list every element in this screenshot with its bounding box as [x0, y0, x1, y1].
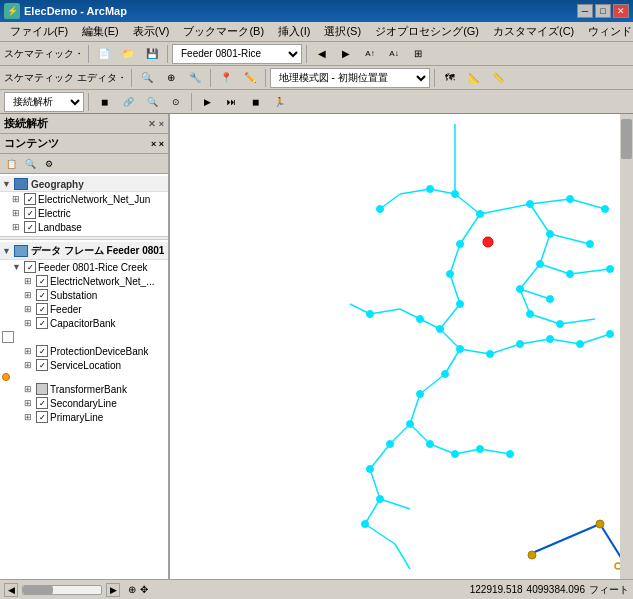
cb-cap[interactable]: ✓: [36, 317, 48, 329]
layer-electric-network-jun[interactable]: ⊞ ✓ ElectricNetwork_Net_Jun: [0, 192, 168, 206]
cb-sub[interactable]: ✓: [36, 289, 48, 301]
an-btn5[interactable]: ▶: [196, 92, 218, 112]
an-btn6[interactable]: ⏭: [220, 92, 242, 112]
expand-cap[interactable]: ⊞: [24, 318, 36, 328]
an-btn2[interactable]: 🔗: [117, 92, 139, 112]
expand-feeder-rice[interactable]: ▼: [12, 262, 24, 272]
analysis-panel-close[interactable]: ✕ ×: [148, 119, 164, 129]
feeder-rice-creek[interactable]: ▼ ✓ Feeder 0801-Rice Creek: [0, 260, 168, 274]
layer-feeder[interactable]: ⊞ ✓ Feeder: [0, 302, 168, 316]
menu-insert[interactable]: 挿入(I): [272, 22, 316, 41]
menu-bookmark[interactable]: ブックマーク(B): [177, 22, 270, 41]
svg-point-54: [517, 286, 524, 293]
ed-btn4[interactable]: 📍: [215, 68, 237, 88]
ed-btn6[interactable]: 🗺: [439, 68, 461, 88]
open-btn[interactable]: 📁: [117, 44, 139, 64]
scroll-left-btn[interactable]: ◀: [4, 583, 18, 597]
hscroll-area[interactable]: ◀ ▶ ⊕ ✥: [4, 583, 148, 597]
layer-service[interactable]: ⊞ ✓ ServiceLocation: [0, 358, 168, 372]
menu-window[interactable]: ウィンドウ(W): [582, 22, 633, 41]
expand-prot[interactable]: ⊞: [24, 346, 36, 356]
an-btn3[interactable]: 🔍: [141, 92, 163, 112]
menu-file[interactable]: ファイル(F): [4, 22, 74, 41]
menu-select[interactable]: 選択(S): [318, 22, 367, 41]
feeder-dropdown[interactable]: Feeder 0801-Rice: [172, 44, 302, 64]
layer-landbase[interactable]: ⊞ ✓ Landbase: [0, 220, 168, 234]
ed-btn2[interactable]: ⊕: [160, 68, 182, 88]
scroll-right-btn[interactable]: ▶: [106, 583, 120, 597]
an-btn7[interactable]: ◼: [244, 92, 266, 112]
menu-geoprocessing[interactable]: ジオプロセシング(G): [369, 22, 485, 41]
layer-electric[interactable]: ⊞ ✓ Electric: [0, 206, 168, 220]
cb-feeder[interactable]: ✓: [36, 303, 48, 315]
analysis-dropdown[interactable]: 接続解析: [4, 92, 84, 112]
expand-svc[interactable]: ⊞: [24, 360, 36, 370]
maximize-button[interactable]: □: [595, 4, 611, 18]
menu-view[interactable]: 表示(V): [127, 22, 176, 41]
tb1-btn4[interactable]: A↓: [383, 44, 405, 64]
expand-feeder[interactable]: ⊞: [24, 304, 36, 314]
ed-btn1[interactable]: 🔍: [136, 68, 158, 88]
expand-sec[interactable]: ⊞: [24, 398, 36, 408]
expand-sub[interactable]: ⊞: [24, 290, 36, 300]
pt-btn3[interactable]: ⚙: [40, 155, 58, 173]
layer-substation[interactable]: ⊞ ✓ Substation: [0, 288, 168, 302]
svg-point-49: [527, 201, 534, 208]
geography-group[interactable]: ▼ Geography: [0, 176, 168, 192]
layer-primary[interactable]: ⊞ ✓ PrimaryLine: [0, 410, 168, 424]
pt-btn2[interactable]: 🔍: [21, 155, 39, 173]
layer-protection[interactable]: ⊞ ✓ ProtectionDeviceBank: [0, 344, 168, 358]
tb1-btn3[interactable]: A↑: [359, 44, 381, 64]
cb-sec[interactable]: ✓: [36, 397, 48, 409]
cb-prot[interactable]: ✓: [36, 345, 48, 357]
expand-en[interactable]: ⊞: [24, 276, 36, 286]
expand-enc[interactable]: ⊞: [12, 194, 24, 204]
ed-btn7[interactable]: 📐: [463, 68, 485, 88]
menu-edit[interactable]: 編集(E): [76, 22, 125, 41]
vscroll-thumb[interactable]: [621, 119, 632, 159]
tree-root: ▼ Geography ⊞ ✓ ElectricNetwork_Net_Jun …: [0, 174, 168, 426]
tb1-btn5[interactable]: ⊞: [407, 44, 429, 64]
expand-geography[interactable]: ▼: [2, 179, 14, 189]
layer-transformer[interactable]: ⊞ TransformerBank: [0, 382, 168, 396]
ed-btn3[interactable]: 🔧: [184, 68, 206, 88]
close-button[interactable]: ✕: [613, 4, 629, 18]
save-btn[interactable]: 💾: [141, 44, 163, 64]
cb-enc[interactable]: ✓: [24, 193, 36, 205]
layer-capacitor[interactable]: ⊞ ✓ CapacitorBank: [0, 316, 168, 330]
expand-landbase[interactable]: ⊞: [12, 222, 24, 232]
an-btn4[interactable]: ⊙: [165, 92, 187, 112]
minimize-button[interactable]: ─: [577, 4, 593, 18]
layer-secondary[interactable]: ⊞ ✓ SecondaryLine: [0, 396, 168, 410]
cb-svc[interactable]: ✓: [36, 359, 48, 371]
menu-customize[interactable]: カスタマイズ(C): [487, 22, 580, 41]
window-controls[interactable]: ─ □ ✕: [577, 4, 629, 18]
content-panel-close[interactable]: × ×: [151, 139, 164, 149]
cb-electric[interactable]: ✓: [24, 207, 36, 219]
new-btn[interactable]: 📄: [93, 44, 115, 64]
tb1-btn2[interactable]: ▶: [335, 44, 357, 64]
feeder-frame-group[interactable]: ▼ データ フレーム Feeder 0801: [0, 242, 168, 260]
cb-landbase[interactable]: ✓: [24, 221, 36, 233]
expand-feeder-frame[interactable]: ▼: [2, 246, 14, 256]
hscroll-thumb[interactable]: [23, 586, 53, 594]
cb-trans[interactable]: [36, 383, 48, 395]
pan-icon[interactable]: ⊕: [128, 584, 136, 595]
tb1-btn1[interactable]: ◀: [311, 44, 333, 64]
expand-pri[interactable]: ⊞: [24, 412, 36, 422]
cb-pri[interactable]: ✓: [36, 411, 48, 423]
expand-trans[interactable]: ⊞: [24, 384, 36, 394]
ed-btn5[interactable]: ✏️: [239, 68, 261, 88]
map-view[interactable]: [170, 114, 633, 579]
layer-electric-net[interactable]: ⊞ ✓ ElectricNetwork_Net_...: [0, 274, 168, 288]
ed-btn8[interactable]: 📏: [487, 68, 509, 88]
hscroll-track[interactable]: [22, 585, 102, 595]
geo-mode-dropdown[interactable]: 地理模式図 - 初期位置置: [270, 68, 430, 88]
an-btn1[interactable]: ◼: [93, 92, 115, 112]
an-btn8[interactable]: 🏃: [268, 92, 290, 112]
cb-en[interactable]: ✓: [36, 275, 48, 287]
pt-btn1[interactable]: 📋: [2, 155, 20, 173]
expand-electric[interactable]: ⊞: [12, 208, 24, 218]
move-icon[interactable]: ✥: [140, 584, 148, 595]
cb-feeder-rice[interactable]: ✓: [24, 261, 36, 273]
